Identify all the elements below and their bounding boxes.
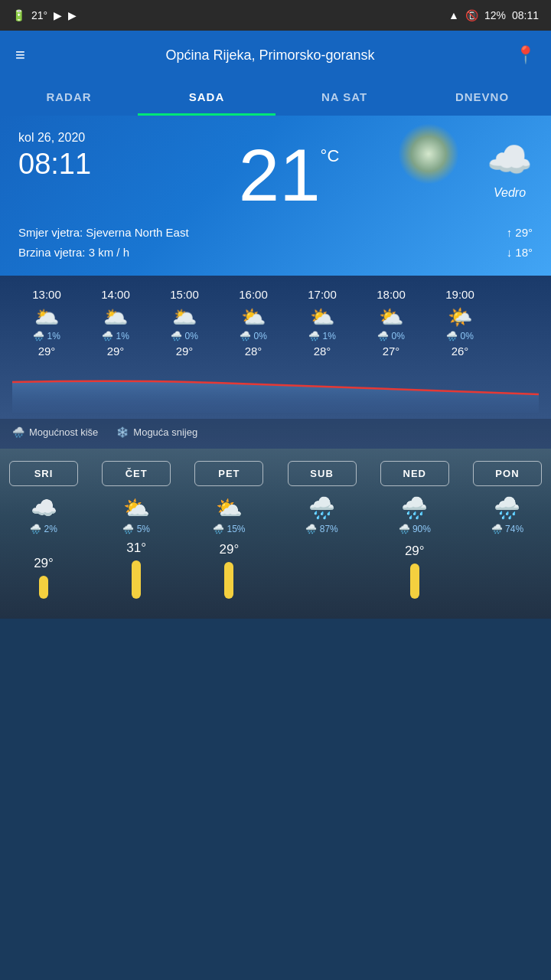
rain-legend-icon: 🌧️ xyxy=(12,426,24,438)
temp-chart-svg xyxy=(12,367,539,413)
hi-time-6: 19:00 xyxy=(445,288,474,301)
wind-direction: Smjer vjetra: Sjeverna North East xyxy=(18,223,189,243)
daily-icon-5: 🌧️ 🌧️ 74% xyxy=(473,495,542,534)
status-right: ▲ 📵 12% 08:11 xyxy=(448,9,539,21)
hi-icon-1: 🌥️ xyxy=(103,305,128,329)
forecast-legend: 🌧️ Mogućnost kiše ❄️ Moguća snijeg xyxy=(0,419,551,449)
current-date: kol 26, 2020 xyxy=(18,131,91,145)
daily-weather-icon-3: 🌧️ xyxy=(308,495,335,521)
top-nav: ≡ Općina Rijeka, Primorsko-goransk 📍 xyxy=(0,31,551,80)
status-left: 🔋 21° ▶ ▶ xyxy=(12,9,77,21)
daily-temp-col-1: 31° xyxy=(102,541,171,599)
daily-bar-0 xyxy=(39,576,48,599)
daily-precip-3: 🌧️ 87% xyxy=(305,524,337,534)
hi-temp-6: 26° xyxy=(452,345,469,358)
hourly-item-2: 15:00 🌥️ 🌧️ 0% 29° xyxy=(150,288,219,358)
tab-radar[interactable]: RADAR xyxy=(0,80,138,114)
daily-high-0: 29° xyxy=(34,556,54,571)
location-pin-icon[interactable]: 📍 xyxy=(515,45,536,65)
battery-icon: 🔋 xyxy=(12,9,25,21)
hourly-scroll[interactable]: 13:00 🌥️ 🌧️ 1% 29° 14:00 🌥️ 🌧️ 1% 29° 15… xyxy=(0,288,551,367)
hi-temp-3: 28° xyxy=(245,345,262,358)
current-unit: °C xyxy=(321,146,340,166)
snow-legend-icon: ❄️ xyxy=(116,426,129,438)
daily-weather-icon-2: ⛅ xyxy=(216,495,243,521)
hi-icon-3: ⛅ xyxy=(241,305,266,329)
daily-bar-4 xyxy=(410,564,419,599)
location-title: Općina Rijeka, Primorsko-goransk xyxy=(37,47,503,64)
daily-icon-1: ⛅ 🌧️ 5% xyxy=(102,495,171,534)
daily-temp-col-4: 29° xyxy=(380,544,449,599)
daily-icon-4: 🌧️ 🌧️ 90% xyxy=(380,495,449,534)
daily-temp-col-5 xyxy=(473,594,542,599)
day-btn-pet[interactable]: PET xyxy=(194,461,263,486)
hi-icon-6: 🌤️ xyxy=(448,305,472,329)
hi-precip-5: 🌧️ 0% xyxy=(377,331,405,341)
hi-precip-1: 🌧️ 1% xyxy=(102,331,129,341)
daily-icon-0: ☁️ 🌧️ 2% xyxy=(9,495,78,534)
hi-precip-2: 🌧️ 0% xyxy=(171,331,198,341)
hi-time-2: 15:00 xyxy=(170,288,199,301)
temp-low-value: 18° xyxy=(515,246,533,259)
wind-info: Smjer vjetra: Sjeverna North East Brzina… xyxy=(18,223,189,262)
hi-time-4: 17:00 xyxy=(308,288,337,301)
hi-time-1: 14:00 xyxy=(101,288,130,301)
tab-nasat[interactable]: NA SAT xyxy=(276,80,413,114)
daily-day-buttons: SRI ČET PET SUB NED PON xyxy=(9,461,542,486)
weather-description: Vedro xyxy=(494,186,526,200)
hourly-item-1: 14:00 🌥️ 🌧️ 1% 29° xyxy=(81,288,150,358)
hi-temp-1: 29° xyxy=(107,345,125,358)
daily-high-2: 29° xyxy=(220,542,240,557)
cw-bottom: Smjer vjetra: Sjeverna North East Brzina… xyxy=(18,223,533,262)
hi-precip-4: 🌧️ 1% xyxy=(308,331,336,341)
battery-level: 21° xyxy=(31,9,47,21)
hi-time-3: 16:00 xyxy=(239,288,268,301)
hourly-item-6: 19:00 🌤️ 🌧️ 0% 26° xyxy=(425,288,494,358)
temp-chart xyxy=(12,367,539,413)
rain-legend-label: Mogućnost kiše xyxy=(29,426,98,438)
day-btn-ned[interactable]: NED xyxy=(380,461,449,486)
temp-minmax: ↑ 29° ↓ 18° xyxy=(507,223,533,262)
hourly-item-3: 16:00 ⛅ 🌧️ 0% 28° xyxy=(219,288,288,358)
daily-high-4: 29° xyxy=(405,544,425,559)
daily-icons-row: ☁️ 🌧️ 2% ⛅ 🌧️ 5% ⛅ 🌧️ 15% 🌧️ 🌧️ 87% 🌧️ 🌧… xyxy=(9,495,542,534)
signal-icon: 📵 xyxy=(465,9,478,21)
temp-high-value: 29° xyxy=(515,226,533,239)
daily-content: SRI ČET PET SUB NED PON ☁️ 🌧️ 2% ⛅ 🌧️ 5%… xyxy=(9,461,542,606)
day-btn-sub[interactable]: SUB xyxy=(288,461,357,486)
current-temp: 21 xyxy=(239,139,321,212)
daily-high-1: 31° xyxy=(126,541,146,556)
rain-legend: 🌧️ Mogućnost kiše xyxy=(12,426,98,438)
day-btn-pon[interactable]: PON xyxy=(473,461,542,486)
hi-precip-0: 🌧️ 1% xyxy=(33,331,60,341)
daily-weather-icon-5: 🌧️ xyxy=(494,495,520,521)
hi-temp-2: 29° xyxy=(176,345,194,358)
hourly-section: 13:00 🌥️ 🌧️ 1% 29° 14:00 🌥️ 🌧️ 1% 29° 15… xyxy=(0,276,551,449)
daily-weather-icon-4: 🌧️ xyxy=(401,495,428,521)
cw-left: kol 26, 2020 08:11 xyxy=(18,131,91,181)
hourly-item-4: 17:00 ⛅ 🌧️ 1% 28° xyxy=(288,288,357,358)
hi-precip-6: 🌧️ 0% xyxy=(446,331,474,341)
daily-bar-1 xyxy=(132,560,141,599)
daily-precip-4: 🌧️ 90% xyxy=(399,524,431,534)
current-weather-card: kol 26, 2020 08:11 21 °C ☁️ Vedro Smjer … xyxy=(0,116,551,276)
sun-glow xyxy=(398,123,459,185)
daily-precip-1: 🌧️ 5% xyxy=(122,524,150,534)
snow-legend-label: Moguća snijeg xyxy=(133,426,197,438)
cw-center: 21 °C xyxy=(239,139,339,212)
temp-low: ↓ 18° xyxy=(507,243,533,263)
youtube-icon2: ▶ xyxy=(68,9,77,21)
tab-sada[interactable]: SADA xyxy=(138,80,276,114)
menu-button[interactable]: ≡ xyxy=(15,45,25,65)
current-time: 08:11 xyxy=(18,148,91,181)
wind-speed: Brzina vjetra: 3 km / h xyxy=(18,243,189,263)
hi-time-0: 13:00 xyxy=(32,288,61,301)
hourly-item-0: 13:00 🌥️ 🌧️ 1% 29° xyxy=(12,288,81,358)
daily-icon-2: ⛅ 🌧️ 15% xyxy=(194,495,263,534)
day-btn-cet[interactable]: ČET xyxy=(102,461,171,486)
day-btn-sri[interactable]: SRI xyxy=(9,461,78,486)
hourly-item-5: 18:00 ⛅ 🌧️ 0% 27° xyxy=(357,288,425,358)
hi-temp-4: 28° xyxy=(314,345,331,358)
tab-dnevno[interactable]: DNEVNO xyxy=(413,80,551,114)
tab-bar: RADAR SADA NA SAT DNEVNO xyxy=(0,80,551,116)
